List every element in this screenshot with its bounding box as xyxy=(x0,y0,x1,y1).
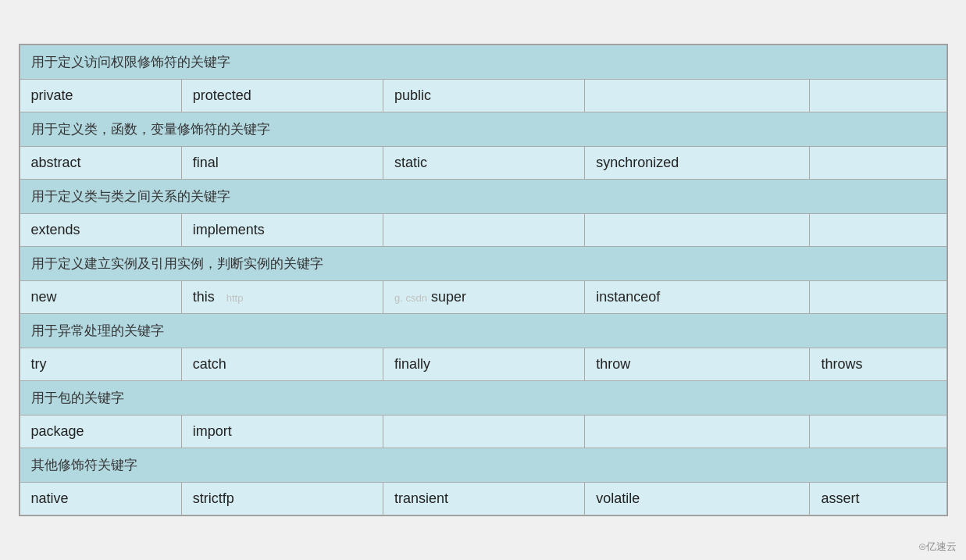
section-header-text-3: 用于定义建立实例及引用实例，判断实例的关键字 xyxy=(20,247,946,281)
table-cell xyxy=(810,147,946,180)
table-cell: final xyxy=(181,147,383,180)
table-row: abstractfinalstaticsynchronized xyxy=(20,147,946,180)
brand-logo: ⊙亿速云 xyxy=(918,540,957,554)
section-header-text-5: 用于包的关键字 xyxy=(20,381,946,416)
table-cell xyxy=(585,80,810,112)
section-header-text-6: 其他修饰符关键字 xyxy=(20,448,946,483)
section-header-5: 用于包的关键字 xyxy=(20,381,946,416)
table-cell: package xyxy=(20,416,181,448)
section-header-text-2: 用于定义类与类之间关系的关键字 xyxy=(20,180,946,214)
table-cell: g. csdn super xyxy=(383,281,584,314)
table-cell xyxy=(810,281,946,314)
table-cell xyxy=(585,214,810,247)
table-cell: private xyxy=(20,80,181,112)
table-cell xyxy=(585,416,810,448)
table-row: packageimport xyxy=(20,416,946,448)
table-cell: new xyxy=(20,281,181,314)
table-cell: this http xyxy=(181,281,383,314)
section-header-0: 用于定义访问权限修饰符的关键字 xyxy=(20,45,946,80)
section-header-text-0: 用于定义访问权限修饰符的关键字 xyxy=(20,45,946,80)
table-cell: public xyxy=(383,80,584,112)
table-cell: static xyxy=(383,147,584,180)
section-header-6: 其他修饰符关键字 xyxy=(20,448,946,483)
table-cell: synchronized xyxy=(585,147,810,180)
section-header-text-4: 用于异常处理的关键字 xyxy=(20,314,946,348)
table-cell: volatile xyxy=(585,483,810,515)
keywords-table: 用于定义访问权限修饰符的关键字privateprotectedpublic用于定… xyxy=(20,45,947,515)
table-row: privateprotectedpublic xyxy=(20,80,946,112)
table-cell: strictfp xyxy=(181,483,383,515)
table-cell xyxy=(810,214,946,247)
table-row: nativestrictfptransientvolatileassert xyxy=(20,483,946,515)
page-wrapper: 用于定义访问权限修饰符的关键字privateprotectedpublic用于定… xyxy=(0,0,966,560)
section-header-text-1: 用于定义类，函数，变量修饰符的关键字 xyxy=(20,112,946,147)
table-cell xyxy=(383,214,584,247)
table-cell: native xyxy=(20,483,181,515)
table-cell: assert xyxy=(810,483,946,515)
section-header-1: 用于定义类，函数，变量修饰符的关键字 xyxy=(20,112,946,147)
table-cell: extends xyxy=(20,214,181,247)
section-header-2: 用于定义类与类之间关系的关键字 xyxy=(20,180,946,214)
table-cell: try xyxy=(20,348,181,381)
table-cell: throws xyxy=(810,348,946,381)
table-cell: catch xyxy=(181,348,383,381)
section-header-3: 用于定义建立实例及引用实例，判断实例的关键字 xyxy=(20,247,946,281)
table-cell: instanceof xyxy=(585,281,810,314)
table-cell: abstract xyxy=(20,147,181,180)
table-container: 用于定义访问权限修饰符的关键字privateprotectedpublic用于定… xyxy=(19,44,948,516)
table-cell xyxy=(383,416,584,448)
table-row: newthis httpg. csdn superinstanceof xyxy=(20,281,946,314)
table-row: trycatchfinallythrowthrows xyxy=(20,348,946,381)
table-row: extendsimplements xyxy=(20,214,946,247)
table-cell: import xyxy=(181,416,383,448)
table-cell: implements xyxy=(181,214,383,247)
table-cell: protected xyxy=(181,80,383,112)
table-cell xyxy=(810,80,946,112)
table-cell xyxy=(810,416,946,448)
table-cell: transient xyxy=(383,483,584,515)
table-cell: throw xyxy=(585,348,810,381)
table-cell: finally xyxy=(383,348,584,381)
section-header-4: 用于异常处理的关键字 xyxy=(20,314,946,348)
